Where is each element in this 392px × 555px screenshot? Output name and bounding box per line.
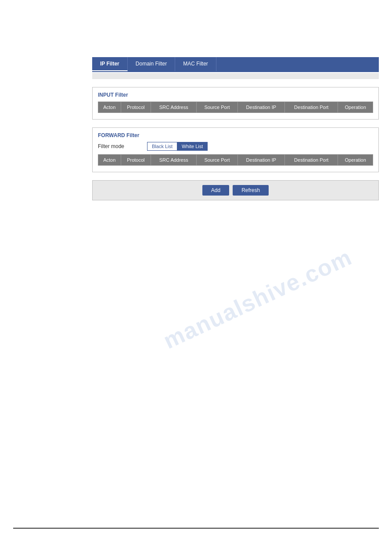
input-filter-section: INPUT Filter Acton Protocol SRC Address … — [92, 87, 379, 120]
forward-filter-header-row: Acton Protocol SRC Address Source Port D… — [98, 155, 373, 166]
input-filter-table: Acton Protocol SRC Address Source Port D… — [98, 102, 373, 113]
white-list-btn[interactable]: White List — [177, 142, 208, 151]
col-operation: Operation — [338, 102, 373, 113]
col-destination-ip: Destination IP — [237, 102, 285, 113]
fwd-col-protocol: Protocol — [121, 155, 151, 166]
bottom-divider — [13, 528, 379, 529]
col-acton: Acton — [98, 102, 121, 113]
fwd-col-destination-ip: Destination IP — [237, 155, 285, 166]
forward-filter-table: Acton Protocol SRC Address Source Port D… — [98, 154, 373, 166]
tab-mac-filter[interactable]: MAC Filter — [175, 57, 216, 71]
add-button[interactable]: Add — [202, 185, 229, 196]
col-protocol: Protocol — [121, 102, 151, 113]
filter-mode-row: Filter mode Black List White List — [98, 142, 373, 151]
col-destination-port: Destination Port — [285, 102, 338, 113]
fwd-col-src-address: SRC Address — [151, 155, 197, 166]
fwd-col-source-port: Source Port — [197, 155, 237, 166]
input-filter-header-row: Acton Protocol SRC Address Source Port D… — [98, 102, 373, 113]
fwd-col-destination-port: Destination Port — [285, 155, 338, 166]
filter-mode-buttons: Black List White List — [147, 142, 208, 151]
watermark: manualshive.com — [159, 243, 356, 354]
action-bar: Add Refresh — [92, 180, 379, 200]
fwd-col-acton: Acton — [98, 155, 121, 166]
col-source-port: Source Port — [197, 102, 237, 113]
forward-filter-section: FORWARD Filter Filter mode Black List Wh… — [92, 127, 379, 172]
forward-filter-title: FORWARD Filter — [98, 132, 373, 138]
black-list-btn[interactable]: Black List — [147, 142, 177, 151]
main-content: IP Filter Domain Filter MAC Filter INPUT… — [0, 0, 392, 218]
tab-domain-filter[interactable]: Domain Filter — [128, 57, 175, 71]
refresh-button[interactable]: Refresh — [233, 185, 269, 196]
progress-bar-area — [92, 73, 379, 79]
tab-bar: IP Filter Domain Filter MAC Filter — [92, 57, 379, 72]
tab-ip-filter[interactable]: IP Filter — [92, 57, 128, 71]
col-src-address: SRC Address — [151, 102, 197, 113]
input-filter-title: INPUT Filter — [98, 92, 373, 98]
fwd-col-operation: Operation — [338, 155, 373, 166]
page-wrapper: IP Filter Domain Filter MAC Filter INPUT… — [0, 0, 392, 555]
filter-mode-label: Filter mode — [98, 143, 142, 149]
